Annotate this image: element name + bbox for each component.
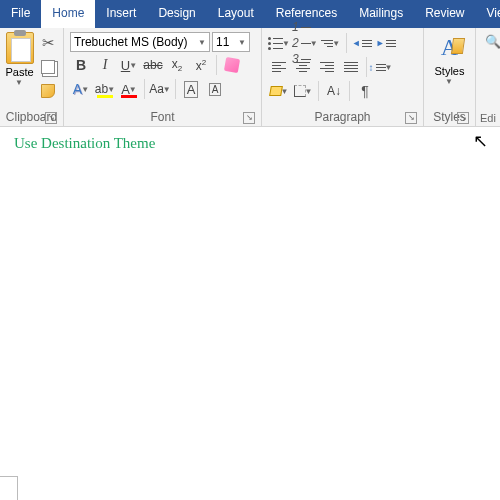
chevron-down-icon: ▼ [332, 39, 340, 48]
change-case-icon: Aa [149, 82, 164, 96]
justify-button[interactable] [340, 56, 362, 78]
separator [366, 57, 367, 77]
grow-font-button[interactable]: A [180, 78, 202, 100]
borders-button[interactable]: ▼ [292, 80, 314, 102]
clear-formatting-button[interactable] [221, 54, 243, 76]
bullets-icon [268, 37, 283, 50]
scissors-icon: ✂ [42, 34, 55, 52]
separator [216, 55, 217, 75]
change-case-button[interactable]: Aa▼ [149, 78, 171, 100]
tab-design[interactable]: Design [147, 0, 206, 28]
superscript-icon: x2 [196, 58, 206, 73]
group-label-clipboard: Clipboard↘ [4, 108, 59, 126]
increase-indent-icon: ► [376, 38, 396, 48]
strikethrough-button[interactable]: abc [142, 54, 164, 76]
cut-button[interactable]: ✂ [37, 32, 59, 54]
document-area[interactable]: Use Destination Theme [0, 127, 500, 160]
page-corner [0, 476, 18, 500]
align-right-button[interactable] [316, 56, 338, 78]
multilevel-list-button[interactable]: ▼ [320, 32, 342, 54]
tab-mailings[interactable]: Mailings [348, 0, 414, 28]
line-spacing-icon [372, 64, 386, 71]
chevron-down-icon: ▼ [385, 63, 393, 72]
increase-indent-button[interactable]: ► [375, 32, 397, 54]
chevron-down-icon: ▼ [163, 85, 171, 94]
decrease-indent-button[interactable]: ◄ [351, 32, 373, 54]
copy-icon [41, 60, 55, 74]
document-text: Use Destination Theme [14, 135, 155, 151]
styles-button[interactable]: A Styles ▼ [429, 30, 471, 86]
shading-button[interactable]: ▼ [268, 80, 290, 102]
tab-insert[interactable]: Insert [95, 0, 147, 28]
chevron-down-icon: ▼ [81, 85, 89, 94]
text-effects-button[interactable]: A▼ [70, 78, 92, 100]
line-spacing-button[interactable]: ▼ [371, 56, 393, 78]
menu-bar: File Home Insert Design Layout Reference… [0, 0, 500, 28]
bold-icon: B [76, 57, 86, 73]
format-painter-button[interactable] [37, 80, 59, 102]
find-icon[interactable]: 🔍 [485, 34, 500, 49]
tab-layout[interactable]: Layout [207, 0, 265, 28]
tab-file[interactable]: File [0, 0, 41, 28]
pilcrow-icon: ¶ [361, 83, 369, 99]
chevron-down-icon: ▼ [238, 38, 246, 47]
group-label-styles: Styles↘ [428, 108, 471, 126]
underline-button[interactable]: U▼ [118, 54, 140, 76]
dialog-launcher-icon[interactable]: ↘ [457, 112, 469, 124]
italic-button[interactable]: I [94, 54, 116, 76]
sort-icon: A↓ [327, 84, 341, 98]
group-label-paragraph: Paragraph↘ [266, 108, 419, 126]
group-editing: 🔍 Edi [476, 28, 498, 126]
group-styles: A Styles ▼ Styles↘ [424, 28, 476, 126]
dialog-launcher-icon[interactable]: ↘ [45, 112, 57, 124]
align-center-button[interactable] [292, 56, 314, 78]
tab-view[interactable]: View [476, 0, 500, 28]
paste-label: Paste [5, 66, 33, 78]
styles-button-label: Styles [435, 65, 465, 77]
align-center-icon [296, 62, 310, 72]
dialog-launcher-icon[interactable]: ↘ [243, 112, 255, 124]
chevron-down-icon: ▼ [129, 61, 137, 70]
shrink-font-icon: A [209, 83, 222, 96]
separator [346, 33, 347, 53]
bucket-icon [269, 86, 283, 96]
superscript-button[interactable]: x2 [190, 54, 212, 76]
align-left-button[interactable] [268, 56, 290, 78]
show-marks-button[interactable]: ¶ [354, 80, 376, 102]
separator [175, 79, 176, 99]
font-color-button[interactable]: A▼ [118, 78, 140, 100]
group-font: Trebuchet MS (Body)▼ 11▼ B I U▼ abc x2 x… [64, 28, 262, 126]
chevron-down-icon: ▼ [445, 77, 453, 86]
subscript-button[interactable]: x2 [166, 54, 188, 76]
chevron-down-icon: ▼ [198, 38, 206, 47]
separator [349, 81, 350, 101]
tab-review[interactable]: Review [414, 0, 475, 28]
separator [144, 79, 145, 99]
chevron-down-icon: ▼ [310, 39, 318, 48]
shrink-font-button[interactable]: A [204, 78, 226, 100]
grow-font-icon: A [184, 81, 199, 98]
justify-icon [344, 62, 358, 72]
subscript-icon: x2 [172, 57, 182, 73]
highlight-button[interactable]: ab▼ [94, 78, 116, 100]
font-size-combo[interactable]: 11▼ [212, 32, 250, 52]
separator [318, 81, 319, 101]
bullets-button[interactable]: ▼ [268, 32, 290, 54]
paste-button[interactable]: Paste ▼ [4, 30, 35, 102]
copy-button[interactable] [37, 56, 59, 78]
chevron-down-icon: ▼ [282, 39, 290, 48]
brush-icon [41, 84, 55, 98]
group-paragraph: ▼ 123▼ ▼ ◄ ► ▼ ▼ ▼ A↓ ¶ [262, 28, 424, 126]
chevron-down-icon: ▼ [107, 85, 115, 94]
tab-home[interactable]: Home [41, 0, 95, 28]
numbering-button[interactable]: 123▼ [292, 32, 318, 54]
strikethrough-icon: abc [143, 58, 162, 72]
chevron-down-icon: ▼ [129, 85, 137, 94]
ribbon: Paste ▼ ✂ Clipboard↘ Trebuchet MS (Body)… [0, 28, 500, 127]
decrease-indent-icon: ◄ [352, 38, 372, 48]
sort-button[interactable]: A↓ [323, 80, 345, 102]
bold-button[interactable]: B [70, 54, 92, 76]
dialog-launcher-icon[interactable]: ↘ [405, 112, 417, 124]
font-name-combo[interactable]: Trebuchet MS (Body)▼ [70, 32, 210, 52]
align-right-icon [320, 62, 334, 72]
